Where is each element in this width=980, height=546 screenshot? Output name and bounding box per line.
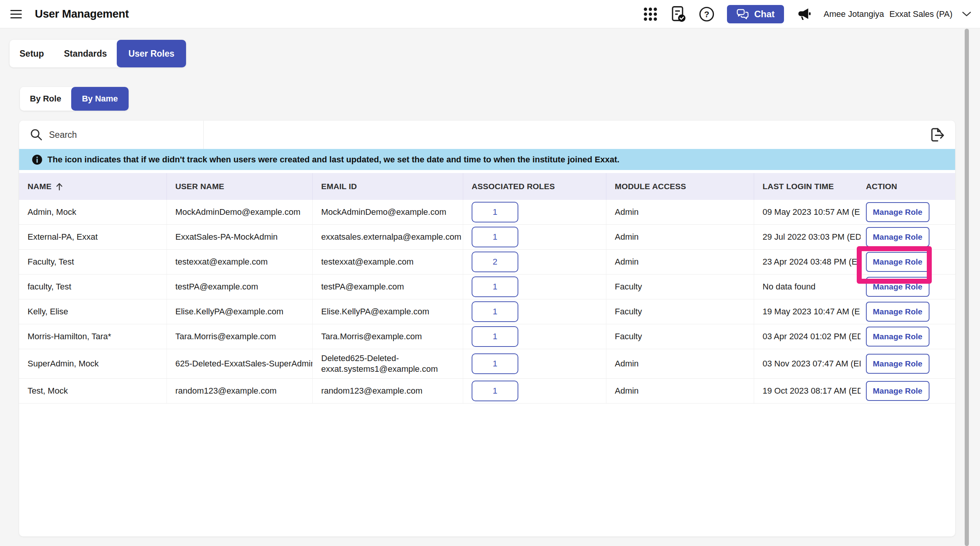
cell-module-access: Faculty [606, 275, 754, 299]
column-header-last-login-time[interactable]: LAST LOGIN TIME [754, 173, 861, 200]
cell-email: testPA@example.com [313, 275, 463, 299]
tasks-button[interactable] [670, 6, 686, 23]
cell-name: Kelly, Elise [19, 299, 167, 324]
chat-bubbles-icon [736, 8, 749, 20]
cell-module-access: Admin [606, 379, 754, 403]
user-name: Amee Jotangiya [824, 9, 884, 19]
cell-name: External-PA, Exxat [19, 225, 167, 249]
manage-role-button[interactable]: Manage Role [866, 302, 929, 322]
manage-role-button[interactable]: Manage Role [866, 202, 929, 222]
cell-name: Morris-Hamilton, Tara* [19, 324, 167, 349]
table-row: Morris-Hamilton, Tara* Tara.Morris@examp… [19, 324, 955, 349]
main-tabs: Setup Standards User Roles [10, 40, 186, 67]
megaphone-icon [796, 7, 812, 22]
hamburger-menu-button[interactable] [10, 9, 23, 19]
column-header-email-id[interactable]: EMAIL ID [313, 173, 463, 200]
export-button[interactable] [928, 126, 946, 144]
cell-last-login: 19 May 2023 10:47 AM (EDT [754, 299, 861, 324]
cell-user-name: testexxat@example.com [167, 250, 313, 274]
search-input[interactable] [49, 130, 179, 140]
table-header-row: NAME USER NAME EMAIL ID ASSOCIATED ROLES… [19, 173, 955, 200]
page-title: User Management [35, 8, 129, 20]
table-row: External-PA, Exxat ExxatSales-PA-MockAdm… [19, 225, 955, 250]
cell-module-access: Faculty [606, 324, 754, 349]
column-header-module-access[interactable]: MODULE ACCESS [606, 173, 754, 200]
user-roles-panel: The icon indicates that if we didn't tra… [19, 121, 955, 536]
info-banner-text: The icon indicates that if we didn't tra… [47, 155, 619, 165]
cell-email: exxatsales.externalpa@example.com [313, 225, 463, 249]
cell-user-name: random123@example.com [167, 379, 313, 403]
users-table: NAME USER NAME EMAIL ID ASSOCIATED ROLES… [19, 173, 955, 404]
cell-name: SuperAdmin, Mock [19, 349, 167, 378]
chevron-down-icon [962, 11, 972, 17]
associated-roles-count-button[interactable]: 1 [472, 227, 518, 247]
top-bar: User Management [0, 0, 980, 28]
help-button[interactable]: ? [699, 6, 715, 22]
apps-grid-icon [643, 7, 658, 22]
column-header-action[interactable]: ACTION [861, 173, 955, 200]
cell-email: Elise.KellyPA@example.com [313, 299, 463, 324]
cell-user-name: MockAdminDemo@example.com [167, 200, 313, 224]
cell-email: Tara.Morris@example.com [313, 324, 463, 349]
cell-user-name: Tara.Morris@example.com [167, 324, 313, 349]
table-toolbar [19, 121, 955, 149]
cell-name: Admin, Mock [19, 200, 167, 224]
scrollbar-thumb[interactable] [965, 29, 969, 546]
manage-role-button[interactable]: Manage Role [866, 354, 929, 374]
associated-roles-count-button[interactable]: 1 [472, 301, 518, 322]
column-header-user-name[interactable]: USER NAME [167, 173, 313, 200]
manage-role-button[interactable]: Manage Role [866, 227, 929, 247]
chat-button[interactable]: Chat [727, 5, 784, 23]
table-row: Kelly, Elise Elise.KellyPA@example.com E… [19, 299, 955, 324]
table-row: faculty, Test testPA@example.com testPA@… [19, 275, 955, 299]
cell-last-login: No data found [754, 275, 861, 299]
cell-name: Faculty, Test [19, 250, 167, 274]
manage-role-button[interactable]: Manage Role [866, 252, 929, 272]
vertical-scrollbar[interactable] [965, 29, 969, 546]
cell-last-login: 29 Jul 2022 03:03 PM (EDT) [754, 225, 861, 249]
tab-standards[interactable]: Standards [54, 40, 117, 67]
associated-roles-count-button[interactable]: 2 [472, 252, 518, 272]
associated-roles-count-button[interactable]: 1 [472, 202, 518, 222]
cell-user-name: Elise.KellyPA@example.com [167, 299, 313, 324]
cell-email: testexxat@example.com [313, 250, 463, 274]
cell-last-login: 03 Nov 2023 07:47 AM (EDT [754, 349, 861, 378]
announcements-button[interactable] [796, 7, 812, 22]
apps-grid-button[interactable] [643, 7, 658, 22]
subtab-by-role[interactable]: By Role [20, 87, 71, 111]
cell-last-login: 09 May 2023 10:57 AM (EDT [754, 200, 861, 224]
tab-setup[interactable]: Setup [10, 40, 54, 67]
associated-roles-count-button[interactable]: 1 [472, 353, 518, 374]
toolbar-divider [203, 121, 204, 149]
cell-module-access: Admin [606, 225, 754, 249]
manage-role-button[interactable]: Manage Role [866, 327, 929, 347]
org-name: Exxat Sales (PA) [889, 9, 952, 19]
column-header-associated-roles[interactable]: ASSOCIATED ROLES [463, 173, 606, 200]
chat-button-label: Chat [754, 9, 774, 20]
info-icon [32, 154, 42, 165]
cell-last-login: 19 Oct 2023 08:17 AM (EDT) [754, 379, 861, 403]
cell-user-name: 625-Deleted-ExxatSales-SuperAdmin [167, 349, 313, 378]
cell-module-access: Admin [606, 200, 754, 224]
table-row: Test, Mock random123@example.com random1… [19, 379, 955, 404]
svg-text:?: ? [704, 10, 709, 19]
associated-roles-count-button[interactable]: 1 [472, 276, 518, 297]
document-check-icon [670, 6, 686, 23]
cell-module-access: Admin [606, 349, 754, 378]
table-row: Admin, Mock MockAdminDemo@example.com Mo… [19, 200, 955, 225]
tab-user-roles[interactable]: User Roles [117, 40, 186, 67]
column-header-name[interactable]: NAME [19, 173, 167, 200]
export-icon [928, 126, 946, 144]
cell-user-name: testPA@example.com [167, 275, 313, 299]
manage-role-button[interactable]: Manage Role [866, 277, 929, 297]
cell-user-name: ExxatSales-PA-MockAdmin [167, 225, 313, 249]
associated-roles-count-button[interactable]: 1 [472, 381, 518, 401]
hamburger-icon [10, 9, 23, 19]
user-menu[interactable]: Amee Jotangiya Exxat Sales (PA) [824, 9, 972, 19]
info-banner: The icon indicates that if we didn't tra… [19, 149, 955, 170]
subtab-by-name[interactable]: By Name [71, 87, 129, 111]
associated-roles-count-button[interactable]: 1 [472, 326, 518, 347]
cell-module-access: Faculty [606, 299, 754, 324]
search-icon [30, 128, 43, 141]
manage-role-button[interactable]: Manage Role [866, 381, 929, 401]
